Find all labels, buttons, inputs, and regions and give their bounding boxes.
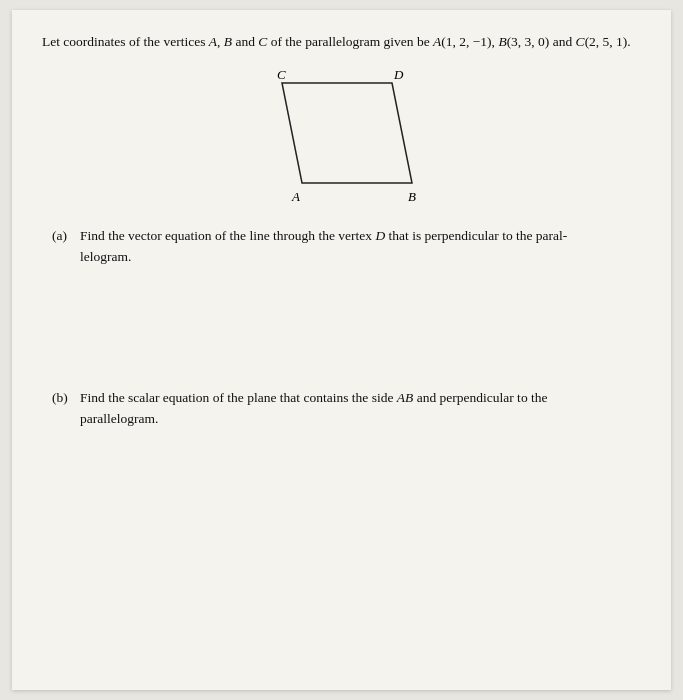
page: Let coordinates of the vertices A, B and…: [12, 10, 671, 690]
svg-marker-0: [282, 83, 412, 183]
diagram-area: C D A B: [42, 63, 641, 208]
vertex-d-label: D: [393, 67, 404, 82]
parallelogram-diagram: C D A B: [242, 63, 442, 208]
vertex-a-label: A: [291, 189, 300, 204]
part-a-continuation: lelogram.: [52, 247, 641, 268]
part-b-letter: (b): [52, 388, 80, 409]
problem-intro: Let coordinates of the vertices A, B and…: [42, 32, 641, 53]
vertex-b-label: B: [408, 189, 416, 204]
part-a-line: (a) Find the vector equation of the line…: [52, 226, 641, 247]
part-a-block: (a) Find the vector equation of the line…: [42, 226, 641, 268]
part-a-letter: (a): [52, 226, 80, 247]
vertex-c-label: C: [277, 67, 286, 82]
part-a-text: Find the vector equation of the line thr…: [80, 226, 641, 247]
part-b-continuation: parallelogram.: [52, 409, 641, 430]
part-b-block: (b) Find the scalar equation of the plan…: [42, 388, 641, 430]
part-b-line: (b) Find the scalar equation of the plan…: [52, 388, 641, 409]
part-b-text: Find the scalar equation of the plane th…: [80, 388, 641, 409]
answer-space-a: [42, 268, 641, 378]
